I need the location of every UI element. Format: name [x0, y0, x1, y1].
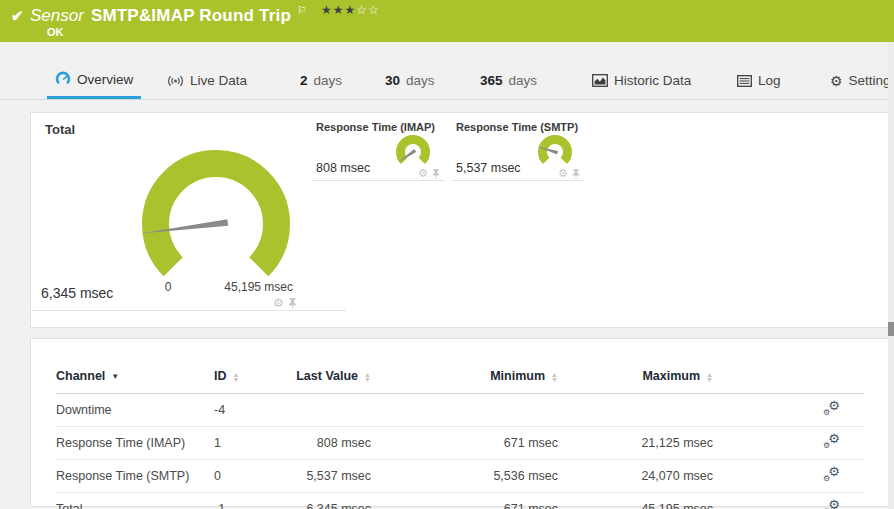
sort-icon: ▲▼	[551, 372, 558, 382]
tab-label: Historic Data	[614, 73, 691, 88]
channel-name: Response Time (IMAP)	[56, 427, 214, 460]
prtg-sensor-page: ✔ Sensor SMTP&IMAP Round Trip ⚐ ★★★☆☆ OK…	[0, 0, 894, 509]
column-label: Last Value	[296, 369, 358, 383]
column-label: Maximum	[642, 369, 700, 383]
column-header-id[interactable]: ID▲▼	[214, 363, 274, 394]
tile-controls: ⚙	[273, 297, 297, 309]
tab-bar: Overview Live Data 2 days 30 days 365 da…	[0, 62, 894, 100]
channel-last-value: 808 msec	[274, 427, 371, 460]
channel-name: Total	[56, 493, 214, 509]
column-header-actions	[713, 363, 864, 394]
column-label: Minimum	[490, 369, 545, 383]
channel-minimum: 5,536 msec	[371, 460, 558, 493]
tab-unit: days	[314, 73, 343, 88]
broadcast-icon	[167, 74, 184, 88]
sensor-title-row: Sensor SMTP&IMAP Round Trip ⚐ ★★★☆☆	[30, 6, 380, 26]
tab-label: Live Data	[190, 73, 247, 88]
channel-minimum: 671 msec	[371, 427, 558, 460]
table-row: Response Time (SMTP) 0 5,537 msec 5,536 …	[56, 460, 864, 493]
gauge-current-value: 808 msec	[316, 161, 370, 175]
tab-label: Log	[758, 73, 781, 88]
channel-last-value: 5,537 msec	[274, 460, 371, 493]
pin-icon[interactable]	[572, 169, 580, 179]
log-list-icon	[737, 75, 752, 87]
gauge-tile-total: Total 0 45,195 msec 6,345 msec ⚙	[31, 113, 346, 311]
tab-overview[interactable]: Overview	[47, 62, 141, 99]
channel-minimum	[371, 394, 558, 427]
tab-30-days[interactable]: 30 days	[385, 62, 435, 99]
channel-maximum: 21,125 msec	[558, 427, 713, 460]
overview-gauges-panel: Total 0 45,195 msec 6,345 msec ⚙ Respons…	[30, 112, 890, 328]
tile-controls: ⚙	[418, 168, 440, 179]
tile-controls: ⚙	[558, 168, 580, 179]
channels-table: Channel▼ ID▲▼ Last Value▲▼ Minimum▲▼ Max…	[56, 363, 864, 509]
tab-settings[interactable]: ⚙ Settings	[830, 62, 894, 99]
channel-minimum: 671 msec	[371, 493, 558, 509]
sort-icon: ▲▼	[364, 372, 371, 382]
channels-table-panel: Channel▼ ID▲▼ Last Value▲▼ Minimum▲▼ Max…	[30, 338, 890, 507]
gauge-current-value: 5,537 msec	[456, 161, 521, 175]
tab-number: 2	[300, 73, 308, 88]
column-header-maximum[interactable]: Maximum▲▼	[558, 363, 713, 394]
table-header-row: Channel▼ ID▲▼ Last Value▲▼ Minimum▲▼ Max…	[56, 363, 864, 394]
sort-icon: ▲▼	[706, 372, 713, 382]
gauge-current-value: 6,345 msec	[41, 285, 113, 301]
channel-maximum	[558, 394, 713, 427]
page-title: SMTP&IMAP Round Trip	[91, 6, 291, 26]
gauge-icon	[55, 71, 71, 87]
channel-gear-icon[interactable]: ⚙	[418, 168, 428, 179]
table-row: Response Time (IMAP) 1 808 msec 671 msec…	[56, 427, 864, 460]
column-header-channel[interactable]: Channel▼	[56, 363, 214, 394]
channel-id: -4	[214, 394, 274, 427]
channel-id: 0	[214, 460, 274, 493]
table-row: Total -1 6,345 msec 671 msec 45,195 msec…	[56, 493, 864, 509]
area-chart-icon	[592, 74, 608, 87]
channel-last-value	[274, 394, 371, 427]
tab-number: 30	[385, 73, 400, 88]
gear-icon: ⚙	[830, 74, 843, 88]
column-label: Channel	[56, 369, 105, 383]
sensor-kind-label: Sensor	[30, 6, 84, 26]
table-row: Downtime -4 ⚙⚙	[56, 394, 864, 427]
column-label: ID	[214, 369, 227, 383]
pin-icon[interactable]	[432, 169, 440, 179]
tab-historic-data[interactable]: Historic Data	[592, 62, 691, 99]
channel-name: Downtime	[56, 394, 214, 427]
channel-id: 1	[214, 427, 274, 460]
channel-last-value: 6,345 msec	[274, 493, 371, 509]
tab-365-days[interactable]: 365 days	[480, 62, 537, 99]
channel-maximum: 24,070 msec	[558, 460, 713, 493]
sensor-status-banner: ✔ Sensor SMTP&IMAP Round Trip ⚐ ★★★☆☆ OK	[0, 0, 894, 42]
channel-gear-icon[interactable]: ⚙	[273, 297, 284, 309]
tab-unit: days	[509, 73, 538, 88]
gauge-scale-min: 0	[148, 280, 188, 294]
gauge-tile-smtp: Response Time (SMTP) 5,537 msec ⚙	[452, 113, 585, 181]
tab-number: 365	[480, 73, 503, 88]
stars-empty[interactable]: ☆☆	[356, 3, 380, 17]
channel-settings-icon[interactable]: ⚙⚙	[823, 434, 840, 449]
scrollbar-track	[888, 42, 894, 509]
channel-name: Response Time (SMTP)	[56, 460, 214, 493]
channel-gear-icon[interactable]: ⚙	[558, 168, 568, 179]
flag-icon[interactable]: ⚐	[297, 4, 307, 17]
gauge-title: Total	[45, 122, 75, 137]
tab-2-days[interactable]: 2 days	[300, 62, 342, 99]
tab-label: Overview	[77, 72, 133, 87]
tab-live-data[interactable]: Live Data	[167, 62, 247, 99]
channel-id: -1	[214, 493, 274, 509]
channel-settings-icon[interactable]: ⚙⚙	[823, 500, 840, 509]
tab-log[interactable]: Log	[737, 62, 781, 99]
column-header-last-value[interactable]: Last Value▲▼	[274, 363, 371, 394]
sort-desc-icon: ▼	[111, 372, 119, 381]
status-badge: OK	[47, 26, 64, 38]
column-header-minimum[interactable]: Minimum▲▼	[371, 363, 558, 394]
gauge-scale-max: 45,195 msec	[203, 280, 293, 294]
pin-icon[interactable]	[288, 298, 297, 309]
stars-filled[interactable]: ★★★	[321, 3, 356, 17]
channel-settings-icon[interactable]: ⚙⚙	[823, 401, 840, 416]
tab-unit: days	[406, 73, 435, 88]
channel-maximum: 45,195 msec	[558, 493, 713, 509]
scrollbar-thumb[interactable]	[888, 322, 894, 336]
channel-settings-icon[interactable]: ⚙⚙	[823, 467, 840, 482]
priority-stars[interactable]: ★★★☆☆	[321, 3, 380, 17]
